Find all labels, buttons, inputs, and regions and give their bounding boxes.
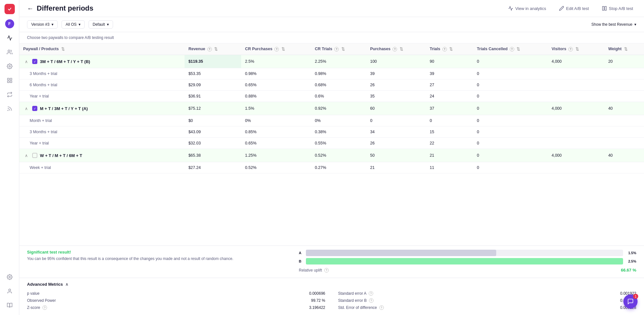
help-icon-cr-trials[interactable]: ? [334, 47, 339, 51]
table-row: ∧ W + T / M + T / 6M + T $65.38 1.25% 0.… [19, 149, 644, 162]
page-title: ← Different periods [27, 4, 500, 13]
sidebar-item-book[interactable] [4, 300, 15, 311]
product-visitors [548, 115, 604, 126]
expand-btn[interactable]: ∧ [23, 105, 30, 112]
sort-icon[interactable]: ⇅ [575, 47, 579, 51]
help-icon-purchases[interactable]: ? [393, 47, 397, 51]
view-in-analytics-button[interactable]: View in analytics [505, 4, 549, 13]
back-arrow-icon[interactable]: ← [27, 5, 33, 12]
chevron-down-icon: ▾ [52, 22, 53, 27]
expand-btn[interactable]: ∧ [23, 152, 30, 159]
product-visitors [548, 91, 604, 102]
help-icon[interactable]: ? [369, 298, 374, 303]
product-name-cell: 3 Months + trial [19, 68, 185, 79]
product-trials-cancelled: 0 [473, 79, 548, 91]
user-avatar[interactable]: F [5, 19, 14, 28]
expand-btn[interactable]: ∧ [23, 58, 30, 65]
product-cr-purchases: 0.52% [241, 162, 311, 173]
product-cr-trials: 0.6% [311, 91, 366, 102]
group-visitors: 4,000 [548, 149, 604, 162]
svg-rect-5 [7, 81, 9, 83]
group-checkbox[interactable] [32, 59, 37, 64]
product-visitors [548, 162, 604, 173]
stop-ab-test-button[interactable]: Stop A/B test [599, 4, 636, 13]
version-filter[interactable]: Version #3 ▾ [27, 20, 58, 29]
sidebar-item-settings-gear[interactable] [4, 60, 15, 72]
group-cr-purchases: 2.5% [241, 55, 311, 68]
sort-icon[interactable]: ⇅ [516, 47, 520, 51]
col-header-cr-purchases: CR Purchases ? ⇅ [241, 43, 311, 55]
group-trials: 21 [426, 149, 473, 162]
help-icon[interactable]: ? [43, 305, 47, 310]
help-icon-revenue[interactable]: ? [207, 47, 212, 51]
svg-point-1 [8, 50, 10, 52]
help-icon-trials[interactable]: ? [442, 47, 447, 51]
col-header-revenue: Revenue ? ⇅ [185, 43, 241, 55]
product-trials: 24 [426, 91, 473, 102]
advanced-metrics-toggle[interactable]: Advanced Metrics ∧ [27, 282, 636, 287]
edit-ab-test-button[interactable]: Edit A/B test [556, 4, 592, 13]
product-cr-trials: 0% [311, 115, 366, 126]
product-revenue: $27.24 [185, 162, 241, 173]
group-cr-purchases: 1.25% [241, 149, 311, 162]
sort-icon[interactable]: ⇅ [624, 47, 628, 51]
product-trials-cancelled: 0 [473, 68, 548, 79]
info-text: Choose two paywalls to compare A/B testi… [19, 32, 644, 43]
product-weight [604, 162, 644, 173]
os-filter[interactable]: All OS ▾ [62, 20, 85, 29]
sort-icon[interactable]: ⇅ [214, 47, 218, 51]
group-checkbox[interactable] [32, 153, 37, 158]
product-cr-purchases: 0.65% [241, 138, 311, 149]
sidebar-item-person[interactable] [4, 285, 15, 297]
adv-key: Standard error A ? [338, 291, 373, 296]
product-name-cell: Week + trial [19, 162, 185, 173]
col-header-paywall: Paywall / Products ⇅ [19, 43, 185, 55]
group-cr-trials: 0.52% [311, 149, 366, 162]
adv-metrics-row: Standard error A ? 0.001922 [338, 290, 636, 297]
advanced-metrics-section: Advanced Metrics ∧ p value 0.000696 Obse… [19, 278, 644, 315]
sidebar-item-ab-test[interactable] [4, 75, 15, 86]
product-purchases: 35 [366, 91, 426, 102]
sidebar-item-arrows[interactable] [4, 89, 15, 100]
product-name-cell: 3 Months + trial [19, 126, 185, 138]
sidebar-item-config[interactable] [4, 271, 15, 283]
chat-bubble-button[interactable]: 1 [623, 294, 638, 309]
help-icon-relative-uplift[interactable]: ? [324, 268, 329, 273]
product-revenue: $43.09 [185, 126, 241, 138]
product-purchases: 26 [366, 138, 426, 149]
help-icon-cr-purchases[interactable]: ? [274, 47, 279, 51]
relative-uplift-label: Relative uplift ? [299, 268, 329, 273]
group-trials-cancelled: 0 [473, 149, 548, 162]
sort-icon[interactable]: ⇅ [400, 47, 403, 51]
svg-point-9 [9, 289, 11, 291]
svg-rect-6 [10, 81, 12, 83]
group-checkbox[interactable] [32, 106, 37, 111]
main-content: ← Different periods View in analytics Ed… [19, 0, 644, 315]
sort-icon[interactable]: ⇅ [341, 47, 345, 51]
sidebar-item-analytics[interactable] [4, 32, 15, 44]
product-name: Year + trial [23, 141, 49, 145]
help-icon-visitors[interactable]: ? [568, 47, 573, 51]
product-visitors [548, 79, 604, 91]
default-filter[interactable]: Default ▾ [89, 20, 113, 29]
sort-icon[interactable]: ⇅ [281, 47, 285, 51]
sort-icon[interactable]: ⇅ [61, 47, 65, 51]
group-trials-cancelled: 0 [473, 102, 548, 115]
significance-section: Significant test result! You can be 95% … [19, 246, 644, 278]
product-trials: 0 [426, 115, 473, 126]
chevron-down-icon: ▾ [634, 22, 636, 27]
sidebar-item-users[interactable] [4, 46, 15, 58]
show-best-revenue-button[interactable]: Show the best Revenue ▾ [592, 22, 636, 27]
help-icon[interactable]: ? [369, 291, 373, 296]
adv-metrics-row: Observed Power 99.72 % [27, 297, 325, 304]
help-icon-trials-cancelled[interactable]: ? [510, 47, 514, 51]
product-cr-purchases: 0.88% [241, 91, 311, 102]
col-header-purchases: Purchases ? ⇅ [366, 43, 426, 55]
paywall-name-cell: ∧ W + T / M + T / 6M + T [19, 149, 185, 162]
help-icon[interactable]: ? [379, 305, 384, 310]
group-cr-purchases: 1.5% [241, 102, 311, 115]
sidebar-item-feed[interactable] [4, 103, 15, 115]
adv-key: Z-score ? [27, 305, 47, 310]
table-row: 3 Months + trial $43.09 0.85% 0.38% 34 1… [19, 126, 644, 138]
sort-icon[interactable]: ⇅ [449, 47, 453, 51]
